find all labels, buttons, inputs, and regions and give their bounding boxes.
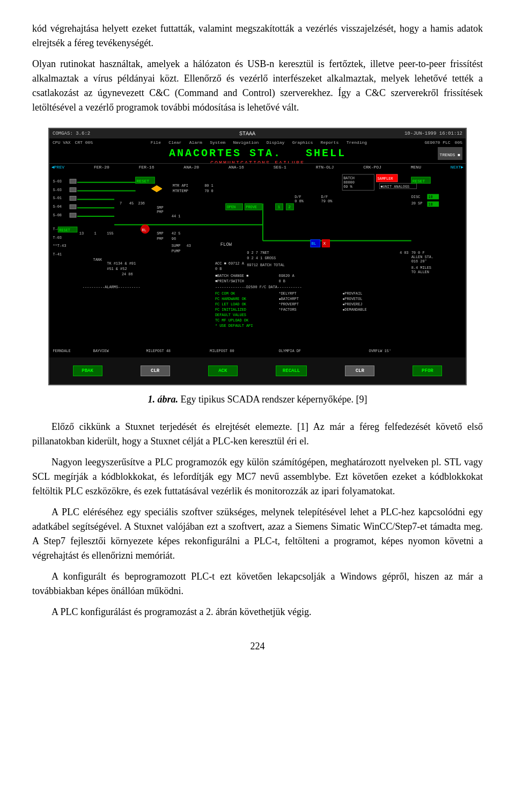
svg-text:MILEPOST 48: MILEPOST 48 [146,349,171,353]
svg-text:OPEN: OPEN [227,205,236,209]
svg-rect-14 [70,196,76,200]
svg-text:*PROVERPT: *PROVERPT [279,302,299,306]
btn-ack[interactable]: ACK [208,365,238,376]
paragraph-1: kód végrehajtása helyett ezeket futtattá… [32,21,483,50]
nav-fer16: FER-16 [139,165,154,170]
svg-rect-13 [70,188,76,192]
svg-text:69820 A: 69820 A [279,274,295,278]
svg-text:S-03: S-03 [53,188,62,192]
svg-text:10: 10 [428,202,432,207]
svg-text:SMP: SMP [157,231,163,236]
svg-rect-16 [70,213,76,217]
svg-text:FLOW: FLOW [220,242,232,247]
svg-text:20 SP: 20 SP [411,201,423,206]
svg-text:SMP: SMP [157,206,163,210]
menu-items: File Clear Alarm System Navigation Displ… [97,140,420,145]
svg-text:●DEMANDABLE: ●DEMANDABLE [342,308,367,312]
svg-text:9 2 7 7NET: 9 2 7 7NET [247,251,269,255]
nav-fer20: FER-20 [94,165,109,170]
nav-crk: CRK-POJ [363,165,381,170]
svg-rect-15 [70,204,76,209]
btn-recall[interactable]: RECALL [276,365,307,376]
paragraph-5: A PLC eléréséhez egy speciális szoftver … [32,505,483,563]
paragraph-6: A konfigurált és beprogramozott PLC-t ez… [32,569,483,598]
plc-info: GE9070 PLC [425,140,451,145]
svg-text:1: 1 [278,204,281,209]
svg-text:RESET: RESET [137,179,150,184]
svg-text:70 0: 70 0 [204,189,214,193]
svg-text:●BATCHRPT: ●BATCHRPT [279,297,299,301]
svg-text:TANK: TANK [93,258,102,262]
window-title: COMGAS: 3.6:2 [53,131,90,136]
svg-text:0 2 4 1 GROSS: 0 2 4 1 GROSS [247,256,276,260]
btn-clr-2[interactable]: CLR [345,365,374,376]
svg-text:44 1: 44 1 [172,214,181,218]
svg-text:T-03: T-03 [53,236,62,240]
svg-text:80 1: 80 1 [204,184,214,188]
svg-text:24 86: 24 86 [122,272,133,276]
figure-label: 1. ábra. [148,394,179,405]
svg-text:PMP: PMP [157,237,163,241]
svg-text:#51 & #52: #51 & #52 [107,267,127,271]
svg-text:PUMP: PUMP [172,249,181,253]
svg-text:S-03: S-03 [53,179,62,184]
svg-text:DEFAULT VALUES: DEFAULT VALUES [215,313,246,317]
nav-ana20: ANA-20 [183,165,199,170]
svg-text:BAYVIEW: BAYVIEW [93,349,109,353]
btn-pbak[interactable]: PBAK [73,365,102,376]
svg-text:* USE DEFAULT API: * USE DEFAULT API [215,324,253,328]
scada-nav-bar: ◄PREV FER-20 FER-16 ANA-20 ANA-16 SEG-1 … [49,163,466,171]
svg-text:10: 10 [428,195,432,199]
svg-text:0 B: 0 B [215,267,222,271]
svg-text:BL: BL [312,242,316,246]
svg-text:**T-43: **T-43 [53,244,66,248]
svg-text:0 B: 0 B [279,279,285,283]
scada-screenshot: COMGAS: 3.6:2 STAAA 10-JUN-1999 16:01:12… [48,128,467,385]
svg-text:FC HARDWARE OK: FC HARDWARE OK [215,297,247,301]
btn-pfor[interactable]: PFOR [413,365,442,376]
figure-1: COMGAS: 3.6:2 STAAA 10-JUN-1999 16:01:12… [32,128,483,407]
nav-prev: ◄PREV [52,165,64,170]
svg-text:DISC: DISC [411,195,421,199]
nav-menu: MENU [411,165,421,170]
svg-text:155: 155 [107,231,113,236]
paragraph-4: Nagyon leegyszerűsítve a PLC programozók… [32,455,483,499]
svg-text:96: 96 [172,237,176,241]
svg-text:BATCH: BATCH [343,176,355,180]
svg-text:SUMP: SUMP [172,244,181,248]
nav-rtn: RTN-OLJ [316,165,334,170]
svg-text:70 0 F: 70 0 F [411,251,425,255]
svg-text:■PRINT/SWITCH: ■PRINT/SWITCH [215,279,244,283]
btn-clr-1[interactable]: CLR [141,365,170,376]
paragraph-6-text: A konfigurált és beprogramozott PLC-t ez… [32,571,483,596]
scada-topbar: COMGAS: 3.6:2 STAAA 10-JUN-1999 16:01:12 [49,129,466,138]
svg-text:S-08: S-08 [53,213,62,217]
paragraph-2: Olyan rutinokat használtak, amelyek a há… [32,57,483,115]
svg-rect-12 [70,179,76,184]
svg-text:FERNDALE: FERNDALE [53,349,70,353]
svg-text:OVRFLW 15': OVRFLW 15' [369,349,391,353]
svg-text:236: 236 [138,201,145,206]
paragraph-1-text: kód végrehajtása helyett ezeket futtattá… [32,23,483,48]
svg-text:●PROVEREJ: ●PROVEREJ [342,302,362,306]
main-title: ANACORTES STA. SHELL [49,147,466,159]
svg-text:43: 43 [187,244,191,248]
svg-text:■UNIT ANALOGS: ■UNIT ANALOGS [380,185,409,189]
scada-diagram-svg: S-03 S-03 S-01 S-04 S-08 T-4-0-5 T-03 **… [49,172,466,357]
svg-text:7: 7 [120,201,122,206]
nav-ana16: ANA-16 [229,165,244,170]
svg-text:FC LET LOAD OK: FC LET LOAD OK [215,302,247,306]
paragraph-3: Előző cikkünk a Stuxnet terjedését és el… [32,420,483,449]
paragraph-7: A PLC konfigurálást és programozást a 2.… [32,605,483,619]
svg-text:X: X [323,241,326,246]
svg-text:*DELYRPT: *DELYRPT [279,291,297,296]
svg-text:■BATCH CHANGE ■: ■BATCH CHANGE ■ [215,274,248,278]
svg-text:●PROVFAIL: ●PROVFAIL [342,291,362,296]
svg-text:45: 45 [129,201,134,206]
svg-text:S-04: S-04 [53,204,62,209]
right-info: 10-JUN-1999 16:01:12 [404,131,462,136]
svg-text:ALLEN STA.: ALLEN STA. [411,255,433,259]
nav-next: NEXT► [451,165,464,170]
svg-text:79 0%: 79 0% [321,199,333,203]
svg-text:TC MF UPLOAD OK: TC MF UPLOAD OK [215,318,249,323]
